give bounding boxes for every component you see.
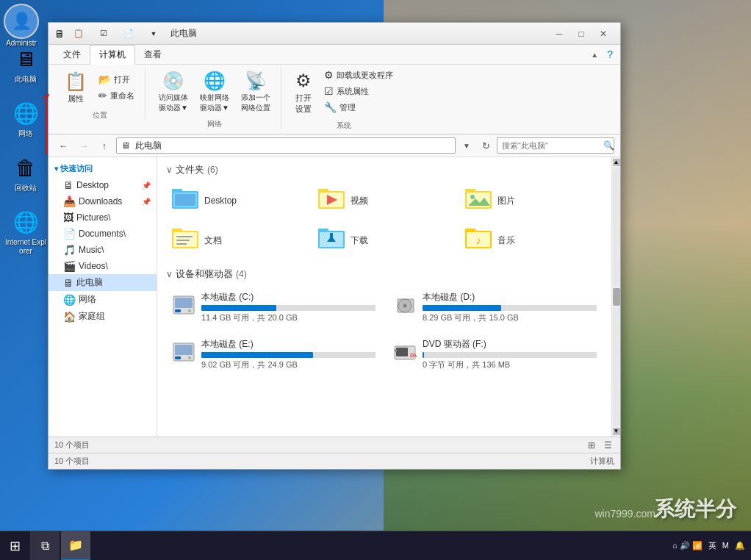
- homegroup-nav-label: 家庭组: [79, 310, 105, 323]
- ribbon-btn-open[interactable]: 📂 打开: [94, 72, 139, 87]
- ribbon-btn-manage[interactable]: 🔧 管理: [320, 100, 398, 115]
- drive-item-e[interactable]: 本地磁盘 (E:) 9.02 GB 可用，共 24.9 GB: [166, 334, 381, 375]
- thispc-icon: 🖥: [11, 44, 40, 73]
- drive-icon-f: DVD: [393, 342, 417, 367]
- nav-item-network[interactable]: 🌐 网络: [48, 291, 157, 308]
- address-dropdown-btn[interactable]: ▼: [459, 137, 475, 154]
- taskbar-task-view-btn[interactable]: ⧉: [30, 531, 60, 561]
- quick-access-label[interactable]: 快速访问: [48, 160, 157, 177]
- title-bar: 🖥 📋 ☑ 📄 ▼ 此电脑 ─ □ ✕: [48, 23, 620, 45]
- ribbon-tab-list: 文件 计算机 查看 ▲ ?: [48, 45, 620, 65]
- desktop-icon-ie[interactable]: 🌐 Internet Explorer: [4, 207, 48, 256]
- ribbon-btn-properties[interactable]: 📋 属性: [60, 68, 91, 107]
- drive-bar-fill-e: [201, 352, 313, 358]
- svg-text:DVD: DVD: [410, 352, 417, 359]
- drive-bar-fill-c: [201, 305, 276, 311]
- properties-btn-label: 属性: [68, 93, 84, 104]
- ribbon-btn-sysprop[interactable]: ☑ 系统属性: [320, 84, 398, 98]
- pin-icon-desktop: 📌: [142, 182, 151, 190]
- desktop-icon-recycle[interactable]: 🗑 回收站: [4, 153, 48, 193]
- uninstall-label: 卸载或更改程序: [337, 70, 393, 81]
- tab-computer[interactable]: 计算机: [90, 45, 135, 65]
- qat-properties-btn[interactable]: 📋: [68, 26, 90, 41]
- address-path[interactable]: 🖥 此电脑: [116, 137, 456, 154]
- svg-rect-42: [395, 349, 397, 352]
- ribbon-btn-rename[interactable]: ✏ 重命名: [94, 88, 139, 103]
- ribbon-btn-uninstall[interactable]: ⚙ 卸载或更改程序: [320, 68, 398, 82]
- svg-rect-37: [175, 345, 193, 355]
- back-button[interactable]: ←: [54, 137, 72, 154]
- quick-access-toolbar: 📋 ☑ 📄 ▼: [68, 26, 165, 41]
- folder-name-documents: 文档: [204, 234, 222, 247]
- folders-grid: Desktop 视频: [166, 182, 603, 259]
- svg-point-11: [470, 195, 475, 199]
- nav-item-thispc[interactable]: 🖥 此电脑: [48, 274, 157, 291]
- desktop-icon-thispc[interactable]: 🖥 此电脑: [4, 44, 48, 84]
- drive-info-f: DVD 驱动器 (F:) 0 字节 可用，共 136 MB: [423, 338, 597, 370]
- network-icon: 🌐: [11, 98, 40, 128]
- drive-name-f: DVD 驱动器 (F:): [423, 338, 597, 351]
- pin-icon-downloads: 📌: [142, 198, 151, 206]
- folder-item-pictures[interactable]: 图片: [459, 182, 603, 219]
- ribbon-btn-mapnet[interactable]: 🌐 映射网络驱动器▼: [195, 68, 234, 116]
- rename-btn-icon: ✏: [98, 90, 107, 101]
- start-button[interactable]: ⊞: [0, 531, 29, 561]
- search-input[interactable]: [502, 141, 603, 150]
- start-icon: ⊞: [10, 538, 21, 554]
- nav-item-videos[interactable]: 🎬 Videos\: [48, 258, 157, 274]
- drive-item-d[interactable]: 本地磁盘 (D:) 8.29 GB 可用，共 15.0 GB: [387, 287, 603, 328]
- explorer-icon: 📁: [68, 538, 83, 552]
- svg-rect-25: [465, 229, 475, 232]
- main-panel: 文件夹 (6) Desk: [157, 157, 611, 437]
- drive-name-d: 本地磁盘 (D:): [423, 291, 597, 304]
- folders-section-header[interactable]: 文件夹 (6): [166, 163, 603, 176]
- ribbon-collapse-btn[interactable]: ▲: [589, 51, 600, 59]
- manage-label: 管理: [339, 102, 356, 113]
- folder-item-desktop[interactable]: Desktop: [166, 182, 309, 219]
- qat-rename-btn[interactable]: 📄: [118, 26, 140, 41]
- folder-item-downloads[interactable]: 下载: [312, 222, 456, 259]
- addnet-btn-icon: 📡: [245, 71, 267, 91]
- window-title: 此电脑: [170, 27, 548, 40]
- downloads-nav-icon: 📥: [63, 195, 76, 207]
- forward-button[interactable]: →: [75, 137, 93, 154]
- tray-notification: 🔔: [735, 541, 745, 550]
- drives-section-header[interactable]: 设备和驱动器 (4): [166, 268, 603, 281]
- up-button[interactable]: ↑: [96, 137, 113, 154]
- refresh-button[interactable]: ↻: [478, 137, 494, 154]
- qat-checkbox-btn[interactable]: ☑: [93, 26, 115, 41]
- nav-item-downloads[interactable]: 📥 Downloads 📌: [48, 193, 157, 209]
- nav-item-desktop[interactable]: 🖥 Desktop 📌: [48, 177, 157, 193]
- homegroup-nav-icon: 🏠: [63, 311, 76, 323]
- search-box[interactable]: 🔍: [497, 137, 614, 154]
- nav-item-music[interactable]: 🎵 Music\: [48, 242, 157, 258]
- folder-item-music[interactable]: ♪ 音乐: [459, 222, 603, 259]
- help-btn[interactable]: ?: [606, 49, 614, 60]
- ribbon-btn-media[interactable]: 💿 访问媒体驱动器▼: [154, 68, 193, 116]
- ribbon-btn-settings[interactable]: ⚙ 打开设置: [290, 68, 317, 118]
- folder-item-videos[interactable]: 视频: [312, 182, 456, 219]
- ribbon-group-location: 📋 属性 📂 打开 ✏ 重命名: [54, 68, 145, 121]
- folder-item-documents[interactable]: 文档: [166, 222, 309, 259]
- nav-item-documents[interactable]: 📄 Documents\: [48, 226, 157, 242]
- drive-item-c[interactable]: 本地磁盘 (C:) 11.4 GB 可用，共 20.0 GB: [166, 287, 381, 328]
- drive-item-f[interactable]: DVD DVD 驱动器 (F:) 0 字节 可用，共 136 MB: [387, 334, 603, 375]
- tab-file[interactable]: 文件: [54, 45, 90, 64]
- taskbar-explorer-btn[interactable]: 📁: [61, 531, 90, 561]
- ribbon-btn-addnet[interactable]: 📡 添加一个网络位置: [237, 68, 275, 116]
- qat-dropdown-btn[interactable]: ▼: [143, 26, 165, 41]
- svg-point-35: [404, 305, 406, 306]
- minimize-button[interactable]: ─: [548, 26, 570, 41]
- system-group-label: 系统: [337, 118, 351, 131]
- list-view-btn[interactable]: ☰: [601, 439, 614, 452]
- nav-item-pictures[interactable]: 🖼 Pictures\: [48, 209, 157, 226]
- tab-view[interactable]: 查看: [135, 45, 170, 64]
- scrollbar[interactable]: ▲ ▼: [611, 157, 620, 437]
- maximize-button[interactable]: □: [570, 26, 592, 41]
- nav-item-homegroup[interactable]: 🏠 家庭组: [48, 308, 157, 325]
- item-count-label: 10 个项目: [54, 439, 90, 450]
- large-icon-view-btn[interactable]: ⊞: [585, 439, 598, 452]
- close-button[interactable]: ✕: [592, 26, 614, 41]
- folder-name-videos: 视频: [351, 195, 368, 207]
- folders-header-label: 文件夹: [176, 163, 204, 176]
